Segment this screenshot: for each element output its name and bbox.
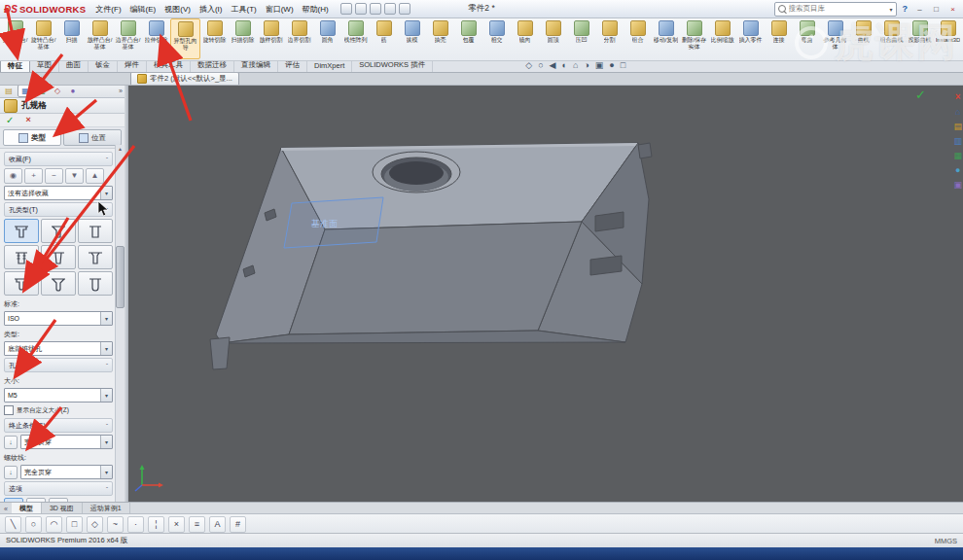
sketch-tool-icon[interactable]: □ bbox=[66, 516, 83, 533]
ribbon-button[interactable]: 分割 bbox=[595, 18, 624, 59]
search-dropdown-icon[interactable]: ▾ bbox=[889, 6, 892, 13]
sketch-tool-icon[interactable]: · bbox=[127, 516, 144, 533]
hole-type-slot[interactable] bbox=[78, 271, 113, 296]
ribbon-button[interactable]: 圆顶 bbox=[539, 18, 567, 59]
dropdown-arrow-icon[interactable]: ▾ bbox=[100, 312, 112, 325]
hole-type-straight-tap[interactable] bbox=[4, 245, 39, 269]
appearances-icon[interactable]: ● bbox=[955, 166, 960, 175]
ribbon-button[interactable]: 线性阵列 bbox=[341, 18, 370, 59]
view-tool-icon[interactable]: ◇ bbox=[525, 61, 532, 70]
print-icon[interactable] bbox=[384, 3, 396, 15]
ribbon-button[interactable]: 删除/保存实体 bbox=[680, 18, 708, 59]
hole-type-hole[interactable] bbox=[78, 219, 113, 243]
view-tool-icon[interactable]: ▣ bbox=[595, 61, 604, 70]
close-button[interactable]: × bbox=[946, 5, 959, 14]
sketch-tool-icon[interactable]: × bbox=[168, 516, 185, 533]
view-palette-icon[interactable]: ▦ bbox=[953, 152, 962, 160]
scroll-up-icon[interactable]: ▲ bbox=[118, 145, 123, 153]
ribbon-button[interactable]: 移动/复制 bbox=[652, 18, 680, 59]
sketch-tool-icon[interactable]: ◇ bbox=[87, 516, 103, 533]
ribbon-button[interactable]: 放样切割 bbox=[257, 18, 285, 59]
dropdown-arrow-icon[interactable]: ▾ bbox=[100, 187, 112, 199]
ribbon-button[interactable]: Instant3D bbox=[934, 18, 962, 59]
viewport-3d[interactable]: 基准面 ✓ × ⌂ ▤ ▥ ▦ ● ▣ bbox=[128, 85, 963, 503]
ribbon-button[interactable]: 拉伸切除 bbox=[142, 18, 170, 59]
ok-button[interactable]: ✓ bbox=[6, 116, 14, 125]
ribbon-button[interactable]: 镜向 bbox=[511, 18, 539, 59]
tab-type[interactable]: 类型 bbox=[3, 129, 61, 146]
ribbon-button[interactable]: 插入零件 bbox=[736, 18, 765, 59]
ribbon-button[interactable]: 旋转凸台/基体 bbox=[29, 18, 57, 59]
view-tool-icon[interactable]: ○ bbox=[538, 61, 543, 70]
scrollbar-thumb[interactable] bbox=[116, 246, 125, 308]
ribbon-button[interactable]: 筋 bbox=[370, 18, 398, 59]
favorite-tool-icon[interactable]: ▲ bbox=[86, 168, 104, 184]
minimize-button[interactable]: – bbox=[913, 5, 926, 14]
view-tool-icon[interactable]: □ bbox=[621, 61, 625, 70]
view-tool-icon[interactable]: ◐ bbox=[561, 61, 566, 70]
document-tab[interactable]: 零件2 (默认<<默认>_显... bbox=[130, 72, 239, 85]
hole-type-countersink-slot[interactable] bbox=[41, 271, 76, 296]
dropdown-arrow-icon[interactable]: ▾ bbox=[100, 389, 112, 402]
view-tool-icon[interactable]: ◀ bbox=[550, 61, 556, 70]
standard-dropdown[interactable]: ISO ▾ bbox=[4, 311, 113, 326]
rebuild-icon[interactable] bbox=[399, 3, 410, 15]
manager-tabs-overflow-icon[interactable]: » bbox=[119, 88, 123, 94]
favorite-tool-icon[interactable]: ◉ bbox=[4, 168, 22, 184]
ribbon-button[interactable]: 扫描 bbox=[57, 18, 86, 59]
hole-type-legacy[interactable] bbox=[78, 245, 113, 269]
resources-icon[interactable]: ⌂ bbox=[955, 108, 960, 117]
sketch-tool-icon[interactable]: # bbox=[230, 516, 246, 533]
custom-properties-icon[interactable]: ▣ bbox=[953, 181, 962, 190]
view-tool-icon[interactable]: ● bbox=[609, 61, 614, 70]
dropdown-arrow-icon[interactable]: ▾ bbox=[100, 436, 112, 448]
ribbon-button[interactable]: 抽壳 bbox=[426, 18, 454, 59]
ribbon-button[interactable]: 压凹 bbox=[567, 18, 595, 59]
ribbon-button[interactable]: 旋转切除 bbox=[200, 18, 229, 59]
menu-item[interactable]: 窗口(W) bbox=[262, 3, 298, 16]
hole-type-countersink[interactable] bbox=[41, 219, 76, 243]
view-tool-icon[interactable]: ◑ bbox=[584, 61, 588, 70]
search-box[interactable]: 搜索页目库 ▾ bbox=[774, 2, 897, 17]
hole-type-tapered-tap[interactable] bbox=[41, 245, 76, 269]
design-library-icon[interactable]: ▤ bbox=[953, 122, 962, 131]
sketch-tool-icon[interactable]: A bbox=[209, 516, 226, 533]
ribbon-button[interactable]: 边界凸台/基体 bbox=[114, 18, 142, 59]
tab-scroll-left-icon[interactable]: « bbox=[0, 506, 12, 512]
menu-item[interactable]: 文件(F) bbox=[91, 3, 125, 16]
file-explorer-icon[interactable]: ▥ bbox=[953, 137, 962, 146]
ribbon-button[interactable]: 曲线 bbox=[849, 18, 877, 59]
ribbon-button[interactable]: 包覆 bbox=[454, 18, 482, 59]
maximize-button[interactable]: □ bbox=[930, 5, 943, 14]
menu-item[interactable]: 编辑(E) bbox=[126, 3, 160, 16]
ribbon-button[interactable]: 扫描切除 bbox=[229, 18, 257, 59]
options-section-header[interactable]: 选项ˆ bbox=[4, 481, 113, 496]
view-tool-icon[interactable]: ⌂ bbox=[573, 61, 578, 70]
favorites-dropdown[interactable]: 没有选择收藏 ▾ bbox=[4, 186, 113, 200]
search-input[interactable]: 搜索页目库 bbox=[789, 4, 887, 14]
ribbon-button[interactable]: 投影曲线 bbox=[906, 18, 934, 59]
save-icon[interactable] bbox=[370, 3, 381, 15]
new-file-icon[interactable] bbox=[340, 3, 352, 15]
ribbon-button[interactable]: 比例缩放 bbox=[708, 18, 736, 59]
sketch-tool-icon[interactable]: ~ bbox=[107, 516, 124, 533]
close-icon[interactable]: × bbox=[955, 92, 961, 102]
dropdown-arrow-icon[interactable]: ▾ bbox=[100, 466, 112, 478]
menu-item[interactable]: 工具(T) bbox=[227, 3, 260, 16]
dimxpert-manager-icon[interactable]: ◇ bbox=[51, 86, 64, 96]
ribbon-button[interactable]: 组合 bbox=[624, 18, 652, 59]
hole-type-dropdown[interactable]: 底部锥状孔 ▾ bbox=[4, 341, 113, 356]
end-condition-section-header[interactable]: 终止条件(C)ˆ bbox=[4, 418, 113, 433]
display-manager-icon[interactable]: ● bbox=[66, 86, 80, 96]
sketch-tool-icon[interactable]: ≡ bbox=[189, 516, 205, 533]
ribbon-button[interactable]: 相交 bbox=[482, 18, 511, 59]
configuration-manager-icon[interactable]: ▥ bbox=[35, 86, 49, 96]
sketch-tool-icon[interactable]: ◠ bbox=[46, 516, 62, 533]
ribbon-button[interactable]: 组合曲线 bbox=[877, 18, 906, 59]
panel-scrollbar[interactable]: ▲ bbox=[115, 145, 125, 503]
ribbon-button[interactable]: 连接 bbox=[765, 18, 793, 59]
ribbon-button[interactable]: 放样凸台/基体 bbox=[86, 18, 114, 59]
hole-type-section-header[interactable]: 孔类型(T)ˆ bbox=[4, 202, 113, 217]
thread-dropdown[interactable]: 完全贯穿 ▾ bbox=[20, 465, 113, 479]
menu-item[interactable]: 插入(I) bbox=[196, 3, 227, 16]
